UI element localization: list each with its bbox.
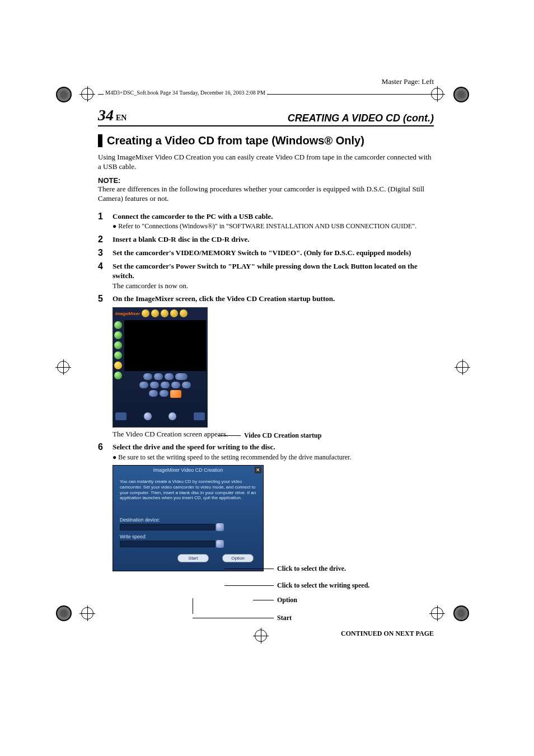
imagemixer-screenshot: ImageMixer: [113, 307, 208, 428]
crosshair-icon: [81, 607, 93, 619]
toolbar-orb-icon: [142, 309, 149, 317]
print-regmark-icon: [56, 605, 72, 621]
video-preview-area: [124, 320, 206, 371]
crosshair-icon: [255, 630, 267, 642]
step-title: On the ImageMixer screen, click the Vide…: [113, 294, 335, 303]
print-regmark-icon: [453, 87, 469, 102]
destination-device-label: Destination device:: [120, 517, 160, 523]
side-orb-icon: [114, 321, 122, 329]
step-bullet: ● Be sure to set the writing speed to th…: [113, 453, 351, 461]
start-button: Start: [177, 554, 209, 562]
bottom-button-icon: [115, 412, 127, 420]
step-number: 6: [98, 442, 113, 462]
toolbar-orb-icon: [170, 309, 178, 317]
control-button-icon: [161, 382, 170, 388]
control-button-icon: [139, 382, 148, 388]
step-number: 3: [98, 248, 113, 258]
option-button: Option: [222, 554, 254, 562]
step-title: Connect the camcorder to the PC with a U…: [113, 212, 273, 220]
step-title: Select the drive and the speed for writi…: [113, 443, 275, 451]
dialog-title: ImageMixer Video CD Creation: [113, 467, 263, 473]
step-title: Set the camcorder's Power Switch to "PLA…: [113, 262, 418, 280]
control-button-icon: [154, 373, 163, 380]
destination-device-field: [120, 524, 215, 530]
control-slider-icon: [175, 373, 188, 380]
master-page-label: Master Page: Left: [382, 77, 434, 86]
step-title: Set the camcorder's VIDEO/MEMORY Switch …: [113, 248, 411, 257]
side-orb-icon: [114, 372, 122, 379]
step-number: 2: [98, 234, 113, 245]
side-orb-icon: [114, 341, 122, 349]
vcd-creation-dialog: ImageMixer Video CD Creation ✕ You can i…: [113, 465, 264, 571]
book-info-label: M4D3+DSC_Soft.book Page 34 Tuesday, Dece…: [104, 90, 267, 96]
print-regmark-icon: [453, 605, 469, 621]
callout-speed-label: Click to select the writing speed.: [277, 581, 369, 590]
callout-line: [253, 600, 274, 600]
toolbar-orb-icon: [161, 309, 168, 317]
callout-startup-label: Video CD Creation startup: [244, 431, 321, 440]
control-button-icon: [171, 382, 180, 388]
subheading: Creating a Video CD from tape (Windows® …: [98, 134, 434, 147]
page-number: 34EN: [98, 106, 127, 124]
step-title: Insert a blank CD-R disc in the CD-R dri…: [113, 235, 249, 243]
intro-text: Using ImageMixer Video CD Creation you c…: [98, 153, 434, 172]
step-subtext: The camcorder is now on.: [113, 281, 188, 290]
dropdown-icon: [216, 523, 224, 531]
imagemixer-logo: ImageMixer: [115, 311, 140, 316]
callout-drive-label: Click to select the drive.: [277, 565, 346, 573]
step-number: 5: [98, 294, 113, 304]
control-button-icon: [160, 390, 168, 397]
control-button-icon: [149, 390, 158, 397]
write-speed-label: Write speed:: [120, 534, 147, 539]
bottom-orb-icon: [168, 412, 176, 420]
language-code: EN: [116, 114, 127, 122]
callout-line: [193, 598, 193, 614]
bottom-orb-icon: [144, 412, 152, 420]
callout-start-label: Start: [277, 614, 292, 622]
step-bullet: ● Refer to "Connections (Windows®)" in "…: [113, 222, 416, 230]
bottom-button-icon: [194, 412, 205, 420]
side-orb-icon: [114, 351, 122, 359]
toolbar-orb-icon: [151, 309, 159, 317]
dropdown-icon: [216, 540, 224, 548]
control-button-icon: [165, 373, 174, 380]
crosshair-icon: [81, 88, 93, 100]
step-number: 4: [98, 261, 113, 291]
note-label: NOTE:: [98, 176, 434, 185]
callout-line: [193, 618, 274, 618]
callout-line: [224, 569, 274, 569]
print-regmark-icon: [56, 87, 72, 102]
crosshair-icon: [456, 361, 469, 373]
close-icon: ✕: [255, 467, 261, 473]
side-orb-icon: [114, 361, 122, 369]
crosshair-icon: [431, 607, 443, 619]
continued-label: CONTINUED ON NEXT PAGE: [341, 630, 434, 638]
dialog-instructions: You can instantly create a Video CD by c…: [120, 479, 256, 500]
page-number-value: 34: [98, 106, 114, 124]
control-button-icon: [150, 382, 159, 388]
callout-line: [224, 585, 274, 586]
toolbar-orb-icon: [180, 309, 188, 317]
callout-line: [218, 435, 241, 436]
note-text: There are differences in the following p…: [98, 185, 434, 204]
control-button-icon: [182, 382, 191, 388]
crosshair-icon: [57, 361, 69, 373]
write-speed-field: [120, 541, 215, 547]
step-number: 1: [98, 212, 113, 231]
section-title: CREATING A VIDEO CD (cont.): [288, 112, 434, 124]
side-orb-icon: [114, 331, 122, 339]
control-button-icon: [143, 373, 152, 380]
vcd-startup-button-icon: [170, 390, 181, 398]
callout-option-label: Option: [277, 596, 297, 604]
